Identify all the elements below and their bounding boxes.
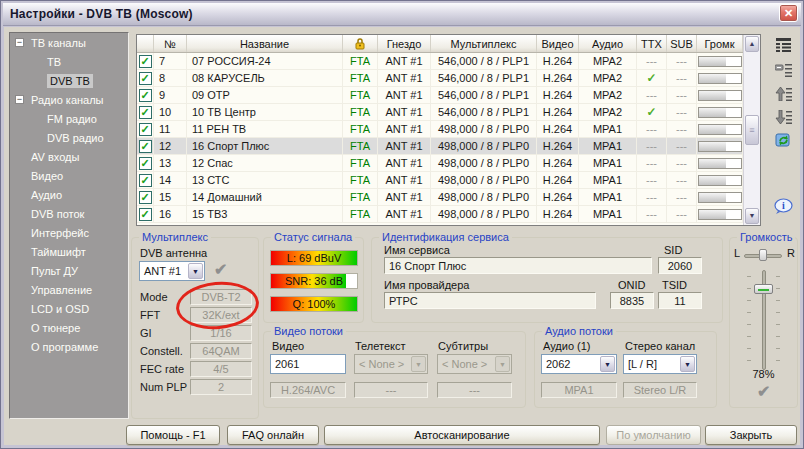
column-header[interactable]: Аудио	[579, 35, 637, 52]
volume-panel-title: Громкость	[737, 231, 795, 243]
volume-bar	[698, 90, 742, 101]
close-dialog-button[interactable]: Закрыть	[705, 425, 797, 445]
rescan-icon[interactable]	[771, 129, 795, 151]
column-header[interactable]: TTX	[637, 35, 667, 52]
channel-row[interactable]: ✓1514 ДомашнийFTAANT #1498,000 / 8 / PLP…	[137, 189, 743, 206]
video-codec-cell: H.264	[537, 138, 579, 155]
sidebar-item[interactable]: Таймшифт	[10, 242, 128, 261]
param-label: Num PLP	[140, 381, 190, 393]
channel-row[interactable]: ✓1111 РЕН ТВFTAANT #1498,000 / 8 / PLP0H…	[137, 121, 743, 138]
table-scrollbar[interactable]: ▲ ≡ ▼	[743, 35, 760, 225]
chevron-down-icon[interactable]: ▼	[600, 356, 615, 372]
signal-quality-label: Q: 100%	[271, 297, 357, 311]
ttx-cell: ---	[637, 155, 667, 172]
sidebar-item[interactable]: О программе	[10, 337, 128, 356]
sidebar-item[interactable]: Пульт ДУ	[10, 261, 128, 280]
help-button[interactable]: Помощь - F1	[126, 425, 220, 445]
channel-row[interactable]: ✓1615 ТВ3FTAANT #1498,000 / 8 / PLP0H.26…	[137, 206, 743, 223]
column-header[interactable]: Мультиплекс	[431, 35, 537, 52]
audio-pid-select[interactable]: 2062 ▼	[541, 354, 617, 374]
column-header[interactable]: Видео	[537, 35, 579, 52]
move-down-icon[interactable]	[771, 106, 795, 128]
move-up-icon[interactable]	[771, 83, 795, 105]
faq-button[interactable]: FAQ онлайн	[227, 425, 319, 445]
channel-row[interactable]: ✓1010 ТВ ЦентрFTAANT #1546,000 / 8 / PLP…	[137, 104, 743, 121]
channel-checkbox[interactable]: ✓	[139, 106, 152, 119]
column-header[interactable]: №	[154, 35, 187, 52]
channel-list-icon[interactable]	[771, 33, 795, 55]
lock-icon[interactable]	[343, 35, 378, 52]
antenna-select[interactable]: ANT #1 ▼	[139, 261, 205, 281]
scroll-down-icon[interactable]: ▼	[745, 208, 759, 224]
channel-row[interactable]: ✓1312 СпасFTAANT #1498,000 / 8 / PLP0H.2…	[137, 155, 743, 172]
access-badge: FTA	[343, 206, 378, 223]
stereo-select[interactable]: [L / R] ▼	[623, 354, 697, 374]
sidebar-item[interactable]: LCD и OSD	[10, 299, 128, 318]
channel-row[interactable]: ✓1413 СТСFTAANT #1498,000 / 8 / PLP0H.26…	[137, 172, 743, 189]
multiplex-panel: Мультиплекс DVB антенна ANT #1 ▼ ✔ Mode …	[131, 237, 259, 419]
scrollbar-thumb[interactable]: ≡	[745, 115, 759, 145]
volume-bar	[698, 56, 742, 67]
sidebar-item[interactable]: DVB ТВ	[10, 71, 128, 90]
sidebar-item[interactable]: ТВ	[10, 52, 128, 71]
sidebar-item[interactable]: Интерфейс	[10, 223, 128, 242]
service-id-panel: Идентификация сервиса Имя сервиса SID 16…	[371, 237, 723, 323]
volume-bar	[698, 107, 742, 118]
sidebar-item[interactable]: DVB радио	[10, 128, 128, 147]
collapse-icon[interactable]: −	[15, 38, 24, 47]
channel-name: 08 КАРУСЕЛЬ	[187, 70, 343, 87]
access-badge: FTA	[343, 87, 378, 104]
sidebar-item[interactable]: DVB поток	[10, 204, 128, 223]
param-value: 1/16	[190, 325, 252, 341]
volume-slider-thumb[interactable]	[754, 284, 773, 294]
autoscan-button[interactable]: Автосканирование	[324, 425, 600, 445]
channel-checkbox[interactable]: ✓	[139, 123, 152, 136]
sidebar-item-label: ТВ	[47, 56, 61, 68]
column-header[interactable]: Название	[187, 35, 343, 52]
checkbox-cell: ✓	[137, 53, 154, 70]
sub-cell: ---	[667, 87, 697, 104]
sidebar-item[interactable]: Аудио	[10, 185, 128, 204]
channel-checkbox[interactable]: ✓	[139, 89, 152, 102]
sidebar-item[interactable]: Видео	[10, 166, 128, 185]
channel-checkbox[interactable]: ✓	[139, 157, 152, 170]
channel-checkbox[interactable]: ✓	[139, 174, 152, 187]
audio-codec-cell: MPA2	[579, 70, 637, 87]
sidebar-item[interactable]: −Радио каналы	[10, 90, 128, 109]
column-header[interactable]: Громк	[697, 35, 743, 52]
scroll-up-icon[interactable]: ▲	[745, 36, 759, 52]
column-header[interactable]	[137, 35, 154, 52]
stereo-label: Стерео канал	[625, 340, 695, 352]
channel-name: 13 СТС	[187, 172, 343, 189]
sidebar-item[interactable]: −ТВ каналы	[10, 33, 128, 52]
delete-channel-icon[interactable]	[771, 59, 795, 81]
info-icon[interactable]: i	[771, 195, 795, 217]
chevron-down-icon[interactable]: ▼	[680, 356, 695, 372]
close-button[interactable]: ✕	[779, 4, 798, 22]
chevron-down-icon[interactable]: ▼	[188, 263, 203, 279]
channel-name: 07 РОССИЯ-24	[187, 53, 343, 70]
collapse-icon[interactable]: −	[15, 95, 24, 104]
channel-row[interactable]: ✓909 ОТРFTAANT #1546,000 / 8 / PLP1H.264…	[137, 87, 743, 104]
channel-checkbox[interactable]: ✓	[139, 55, 152, 68]
sidebar-item[interactable]: Управление	[10, 280, 128, 299]
socket-cell: ANT #1	[378, 104, 431, 121]
video-codec-cell: H.264	[537, 121, 579, 138]
teletext-label: Телетекст	[355, 340, 406, 352]
channel-number: 13	[154, 155, 187, 172]
channel-checkbox[interactable]: ✓	[139, 140, 152, 153]
channel-checkbox[interactable]: ✓	[139, 191, 152, 204]
video-pid-input[interactable]: 2061	[270, 354, 346, 374]
column-header[interactable]: SUB	[667, 35, 697, 52]
channel-checkbox[interactable]: ✓	[139, 208, 152, 221]
column-header[interactable]: Гнездо	[378, 35, 431, 52]
sidebar-item[interactable]: FM радио	[10, 109, 128, 128]
provider-label: Имя провайдера	[384, 279, 469, 291]
channel-row[interactable]: ✓1216 Спорт ПлюсFTAANT #1498,000 / 8 / P…	[137, 138, 743, 155]
sidebar-item[interactable]: О тюнере	[10, 318, 128, 337]
channel-checkbox[interactable]: ✓	[139, 72, 152, 85]
sidebar-item[interactable]: AV входы	[10, 147, 128, 166]
channel-row[interactable]: ✓808 КАРУСЕЛЬFTAANT #1546,000 / 8 / PLP1…	[137, 70, 743, 87]
channel-row[interactable]: ✓707 РОССИЯ-24FTAANT #1546,000 / 8 / PLP…	[137, 53, 743, 70]
balance-slider-thumb[interactable]	[759, 249, 767, 261]
